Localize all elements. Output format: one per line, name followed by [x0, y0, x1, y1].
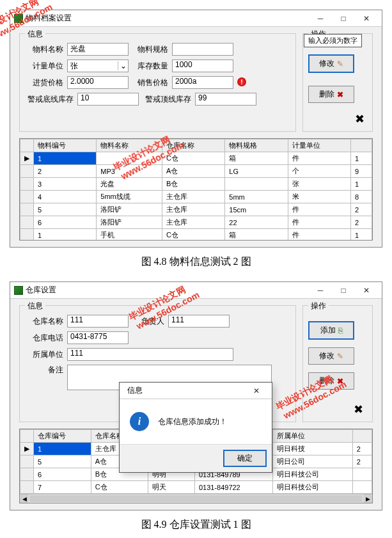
input-name[interactable]: 光盘 [67, 43, 129, 56]
delete-button[interactable]: 删除 ✖ [308, 372, 354, 390]
label-qty: 库存数量 [132, 61, 168, 72]
app-icon [14, 286, 23, 295]
edit-icon: ✎ [337, 59, 343, 68]
maximize-button[interactable]: □ [332, 12, 355, 26]
caption-1: 图 4.8 物料信息测试 2 图 [10, 255, 382, 269]
delete-icon: ✖ [337, 377, 343, 386]
info-group: 信息 物料名称 光盘 物料规格 计量单位 张 ⌄ 库存数量 1000 [19, 33, 296, 132]
close-button[interactable]: ✕ [355, 12, 378, 26]
info-group-title: 信息 [25, 301, 45, 312]
label-phone: 仓库电话 [25, 333, 63, 344]
label-low: 警戒底线库存 [25, 94, 74, 105]
label-name: 物料名称 [25, 44, 63, 55]
input-sale[interactable]: 2000a [172, 76, 233, 89]
window-title: 仓库设置 [26, 285, 56, 296]
label-sale: 销售价格 [132, 77, 168, 88]
delete-icon: ✖ [337, 90, 343, 99]
col-header[interactable]: 所属单位 [273, 430, 352, 443]
window-material: 物料档案设置 ─ □ ✕ 信息 物料名称 光盘 物料规格 计量单位 张 [10, 10, 382, 248]
msgbox-text: 仓库信息添加成功！ [158, 416, 227, 427]
label-high: 警戒顶线库存 [143, 94, 191, 105]
label-org: 所属单位 [25, 349, 63, 360]
label-purch: 进货价格 [25, 77, 63, 88]
add-icon: ⎘ [338, 326, 343, 335]
label-memo: 备注 [25, 365, 63, 376]
col-header[interactable]: 物料名称 [97, 139, 162, 152]
col-header[interactable]: 物料编号 [34, 139, 97, 152]
app-icon [14, 14, 23, 23]
table-row[interactable]: ▶1C仓箱件1 [20, 152, 372, 165]
delete-button[interactable]: 删除 ✖ [308, 86, 354, 103]
info-icon: i [130, 412, 149, 431]
input-whname[interactable]: 111 [67, 315, 129, 328]
titlebar: 物料档案设置 ─ □ ✕ [10, 10, 382, 27]
col-header[interactable]: 仓库名称 [162, 139, 224, 152]
input-purch[interactable]: 2.0000 [67, 76, 129, 89]
input-org[interactable]: 111 [67, 348, 233, 361]
table-row[interactable]: 1手机C仓箱件1 [20, 229, 372, 241]
modify-button-label: 修改 [319, 58, 334, 69]
input-phone[interactable]: 0431-8775 [67, 331, 129, 344]
message-box: 信息 ✕ i 仓库信息添加成功！ 确定 [119, 382, 272, 473]
select-unit-value: 张 [68, 61, 118, 72]
window-warehouse: 仓库设置 ─ □ ✕ 信息 仓库名称 111 负责人 111 仓库电话 0431… [10, 281, 382, 510]
table-row[interactable]: 7C仓明天0131-849722明日科技公司 [20, 481, 372, 494]
material-table[interactable]: 物料编号物料名称仓库名称物料规格计量单位 ▶1C仓箱件12MP3A仓LG个93光… [19, 138, 373, 241]
table-row[interactable]: 6洛阳铲主仓库22件2 [20, 216, 372, 229]
caption-2: 图 4.9 仓库设置测试 1 图 [10, 518, 382, 532]
col-header[interactable]: 计量单位 [288, 139, 350, 152]
table-row[interactable]: 2MP3A仓LG个9 [20, 165, 372, 178]
label-unit: 计量单位 [25, 61, 63, 72]
input-low[interactable]: 10 [77, 93, 139, 106]
error-tooltip: 输入必须为数字 [304, 34, 362, 47]
minimize-button[interactable]: ─ [309, 283, 332, 297]
ok-button[interactable]: 确定 [223, 450, 267, 467]
modify-button[interactable]: 修改 ✎ [308, 54, 354, 73]
table-row[interactable]: 45mm线缆主仓库5mm米8 [20, 191, 372, 203]
delete-button-label: 删除 [319, 376, 334, 386]
operation-group: 操作 修改 ✎ 删除 ✖ ✖ [302, 33, 373, 132]
error-icon: ! [237, 77, 246, 86]
add-button-label: 添加 [320, 325, 336, 336]
window-title: 物料档案设置 [26, 13, 72, 24]
op-group-title: 操作 [308, 301, 329, 312]
cancel-icon[interactable]: ✖ [355, 113, 365, 125]
select-unit[interactable]: 张 ⌄ [67, 59, 129, 72]
maximize-button[interactable]: □ [332, 283, 355, 297]
add-button[interactable]: 添加 ⎘ [308, 321, 354, 340]
cancel-icon[interactable]: ✖ [354, 403, 363, 416]
label-owner: 负责人 [132, 316, 164, 327]
info-group-title: 信息 [25, 29, 45, 40]
modify-button[interactable]: 修改 ✎ [308, 347, 354, 365]
col-header[interactable]: 物料规格 [225, 139, 288, 152]
chevron-down-icon: ⌄ [118, 61, 128, 70]
input-owner[interactable]: 111 [168, 315, 230, 328]
label-whname: 仓库名称 [25, 316, 63, 327]
msgbox-title: 信息 [123, 385, 143, 396]
edit-icon: ✎ [337, 352, 343, 361]
h-scrollbar[interactable]: ◀▶ [20, 494, 372, 503]
titlebar: 仓库设置 ─ □ ✕ [10, 282, 382, 299]
msgbox-close-button[interactable]: ✕ [245, 384, 268, 398]
input-spec[interactable] [172, 43, 233, 56]
delete-button-label: 删除 [319, 89, 334, 100]
col-header[interactable]: 仓库编号 [34, 430, 91, 443]
label-spec: 物料规格 [132, 44, 168, 55]
modify-button-label: 修改 [319, 351, 334, 361]
operation-group: 操作 添加 ⎘ 修改 ✎ 删除 ✖ ✖ [302, 305, 373, 422]
close-button[interactable]: ✕ [355, 283, 378, 297]
input-qty[interactable]: 1000 [172, 59, 233, 72]
table-row[interactable]: 5洛阳铲主仓库15cm件2 [20, 203, 372, 216]
table-row[interactable]: 3光盘B仓张1 [20, 178, 372, 191]
input-high[interactable]: 99 [195, 93, 256, 106]
minimize-button[interactable]: ─ [309, 12, 332, 26]
